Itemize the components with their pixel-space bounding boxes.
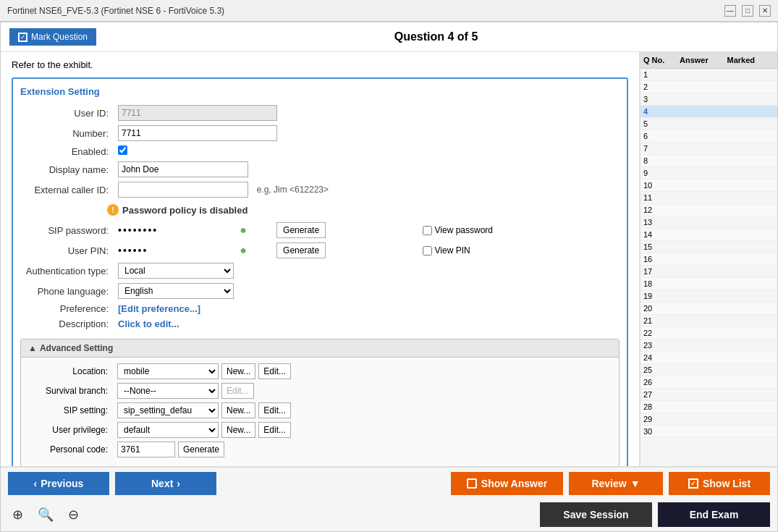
question-list-row[interactable]: 18	[640, 278, 777, 290]
q-number: 18	[643, 279, 680, 288]
question-list-row[interactable]: 27	[640, 389, 777, 401]
q-marked	[727, 366, 775, 374]
show-list-button[interactable]: Show List	[669, 472, 770, 495]
view-password-checkbox[interactable]	[423, 226, 432, 235]
next-button[interactable]: Next ›	[115, 472, 216, 495]
end-exam-button[interactable]: End Exam	[658, 502, 770, 527]
sip-setting-select[interactable]: sip_setting_default	[117, 402, 219, 418]
question-list-row[interactable]: 4	[640, 106, 777, 118]
number-input[interactable]	[118, 125, 277, 141]
preference-link[interactable]: [Edit preference...]	[118, 303, 200, 314]
view-pin-label[interactable]: View PIN	[423, 245, 616, 256]
description-row: Description: Click to edit...	[20, 316, 620, 332]
description-link[interactable]: Click to edit...	[118, 318, 179, 329]
show-answer-button[interactable]: Show Answer	[451, 472, 563, 495]
location-select[interactable]: mobile	[117, 363, 219, 379]
q-answer	[680, 119, 727, 128]
q-marked	[727, 304, 775, 313]
question-list-row[interactable]: 19	[640, 290, 777, 303]
q-answer	[680, 230, 727, 239]
maximize-button[interactable]: □	[742, 5, 753, 17]
mark-question-button[interactable]: Mark Question	[9, 28, 96, 46]
zoom-in-button[interactable]: ⊕	[8, 504, 28, 525]
auth-type-select[interactable]: Local	[118, 263, 234, 279]
q-number: 16	[643, 255, 680, 263]
question-list-row[interactable]: 7	[640, 143, 777, 155]
advanced-header: ▲ Advanced Setting	[21, 339, 619, 358]
save-session-button[interactable]: Save Session	[540, 502, 652, 527]
question-list-row[interactable]: 22	[640, 327, 777, 339]
sip-password-row: SIP password: •••••••• ● Generate V	[20, 220, 620, 240]
zoom-normal-button[interactable]: 🔍	[33, 504, 58, 525]
personal-code-input[interactable]	[117, 442, 175, 457]
display-name-input[interactable]	[118, 161, 248, 177]
q-marked	[727, 402, 775, 411]
question-list-row[interactable]: 17	[640, 266, 777, 278]
question-list-row[interactable]: 20	[640, 303, 777, 315]
survival-branch-select[interactable]: --None--	[117, 383, 219, 399]
location-new-button[interactable]: New...	[221, 363, 255, 379]
question-list-row[interactable]: 13	[640, 216, 777, 229]
question-list-row[interactable]: 15	[640, 241, 777, 253]
sip-generate-button[interactable]: Generate	[276, 222, 326, 238]
question-list-row[interactable]: 6	[640, 130, 777, 143]
view-password-label[interactable]: View password	[423, 225, 616, 235]
survival-branch-label: Survival branch:	[27, 386, 114, 396]
location-edit-button[interactable]: Edit...	[258, 363, 291, 379]
previous-button[interactable]: ‹ Previous	[8, 472, 109, 495]
question-list-body: 1 2 3 4 5 6 7 8	[640, 69, 777, 466]
q-number: 4	[643, 107, 680, 116]
sip-setting-new-button[interactable]: New...	[221, 402, 255, 418]
q-number: 22	[643, 329, 680, 337]
question-list-row[interactable]: 11	[640, 192, 777, 204]
question-list-row[interactable]: 29	[640, 413, 777, 426]
question-list-row[interactable]: 10	[640, 180, 777, 192]
user-privilege-new-button[interactable]: New...	[221, 422, 255, 438]
q-answer	[680, 255, 727, 263]
sip-setting-row: SIP setting: sip_setting_default New... …	[27, 402, 613, 418]
question-list-row[interactable]: 25	[640, 364, 777, 376]
zoom-out-button[interactable]: ⊖	[64, 504, 83, 525]
question-list-row[interactable]: 16	[640, 253, 777, 266]
question-list-row[interactable]: 14	[640, 229, 777, 241]
q-marked	[727, 267, 775, 276]
question-list-row[interactable]: 21	[640, 315, 777, 327]
view-pin-checkbox[interactable]	[423, 246, 432, 256]
question-list-row[interactable]: 8	[640, 155, 777, 167]
question-list-row[interactable]: 30	[640, 426, 777, 438]
enabled-checkbox[interactable]	[118, 145, 127, 155]
personal-code-generate-button[interactable]: Generate	[178, 442, 224, 457]
question-list-row[interactable]: 5	[640, 118, 777, 130]
pin-generate-button[interactable]: Generate	[276, 242, 326, 258]
question-list-row[interactable]: 23	[640, 339, 777, 352]
sip-setting-edit-button[interactable]: Edit...	[258, 402, 291, 418]
review-button[interactable]: Review ▼	[569, 472, 663, 495]
question-list-row[interactable]: 9	[640, 167, 777, 180]
question-list-row[interactable]: 24	[640, 352, 777, 364]
sip-ok-icon: ●	[240, 224, 247, 236]
q-marked	[727, 292, 775, 300]
survival-branch-row: Survival branch: --None-- Edit...	[27, 383, 613, 399]
external-caller-input[interactable]	[118, 182, 248, 198]
question-list-row[interactable]: 26	[640, 376, 777, 389]
user-privilege-edit-button[interactable]: Edit...	[258, 422, 291, 438]
question-list-row[interactable]: 3	[640, 93, 777, 106]
question-list-row[interactable]: 28	[640, 401, 777, 413]
display-name-row: Display name:	[20, 159, 620, 180]
question-list-row[interactable]: 1	[640, 69, 777, 81]
minimize-button[interactable]: —	[724, 5, 736, 17]
question-list-row[interactable]: 2	[640, 81, 777, 93]
phone-lang-select[interactable]: English	[118, 283, 234, 299]
user-privilege-row: User privilege: default New... Edit...	[27, 422, 613, 438]
q-answer	[680, 366, 727, 374]
q-answer	[680, 341, 727, 350]
q-number: 9	[643, 169, 680, 177]
user-privilege-select[interactable]: default	[117, 422, 219, 438]
question-list-row[interactable]: 12	[640, 204, 777, 216]
close-button[interactable]: ✕	[759, 5, 771, 17]
col-qno: Q No.	[643, 56, 680, 64]
q-answer	[680, 144, 727, 153]
q-number: 12	[643, 206, 680, 214]
q-answer	[680, 390, 727, 399]
q-answer	[680, 279, 727, 288]
